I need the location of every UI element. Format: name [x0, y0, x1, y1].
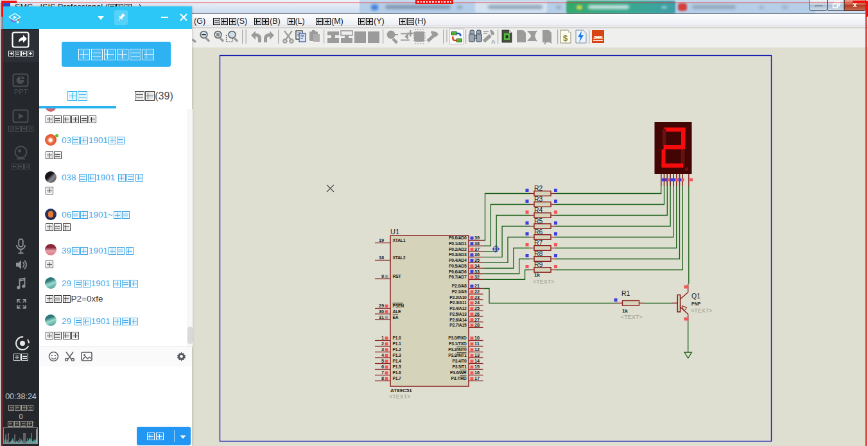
svg-text:P1.7: P1.7 — [393, 376, 401, 381]
svg-text:ARES: ARES — [593, 35, 603, 40]
svg-text:<TEXT>: <TEXT> — [533, 279, 555, 285]
svg-text:2: 2 — [381, 341, 384, 347]
svg-text:P2.7/A15: P2.7/A15 — [449, 323, 467, 327]
svg-text:39: 39 — [474, 235, 480, 241]
svg-text:26: 26 — [474, 311, 480, 317]
svg-text:P1.3: P1.3 — [393, 353, 401, 357]
svg-text:31: 31 — [379, 314, 384, 320]
svg-text:P1.2: P1.2 — [393, 347, 401, 352]
svg-text:R4: R4 — [534, 206, 543, 214]
svg-text:9: 9 — [381, 273, 384, 279]
svg-text:P0.1/AD1: P0.1/AD1 — [449, 241, 467, 246]
svg-text:6: 6 — [381, 364, 384, 370]
svg-text:P3.3/INT1: P3.3/INT1 — [448, 353, 467, 357]
svg-text:27: 27 — [474, 317, 480, 323]
svg-text:R9: R9 — [534, 261, 543, 268]
svg-text:13: 13 — [474, 352, 480, 358]
svg-text:11: 11 — [474, 341, 480, 347]
svg-text:RST: RST — [393, 274, 402, 279]
svg-text:PNP: PNP — [691, 302, 701, 306]
svg-text:R6: R6 — [534, 228, 543, 236]
svg-text:34: 34 — [474, 263, 480, 269]
svg-text:P3.1/TXD: P3.1/TXD — [449, 341, 467, 346]
svg-text:1k: 1k — [622, 308, 628, 314]
svg-text:AT89C51: AT89C51 — [390, 388, 412, 393]
svg-text:P3.4/T0: P3.4/T0 — [452, 359, 467, 363]
svg-text:P2.3/A11: P2.3/A11 — [450, 300, 467, 305]
svg-text:5: 5 — [381, 358, 384, 364]
svg-text:29: 29 — [379, 303, 384, 309]
svg-text:P0.7/AD7: P0.7/AD7 — [449, 275, 467, 279]
svg-text:P2.4/A12: P2.4/A12 — [449, 306, 467, 311]
svg-text:P0.2/AD2: P0.2/AD2 — [449, 247, 467, 252]
svg-text:U1: U1 — [390, 228, 399, 236]
svg-text:P3.7/RD: P3.7/RD — [451, 376, 467, 381]
svg-text:PSEN: PSEN — [393, 304, 404, 308]
svg-text:A: A — [491, 39, 496, 45]
svg-text:P0.4/AD4: P0.4/AD4 — [449, 258, 467, 262]
svg-text:21: 21 — [474, 283, 480, 289]
svg-text:P1.1: P1.1 — [393, 341, 401, 346]
svg-text:14: 14 — [474, 358, 480, 364]
svg-text:33: 33 — [474, 269, 480, 275]
svg-text:7: 7 — [381, 370, 384, 375]
svg-text:<TEXT>: <TEXT> — [389, 393, 411, 400]
svg-text:R8: R8 — [534, 250, 543, 257]
svg-text:R1: R1 — [621, 289, 630, 297]
svg-text:30: 30 — [379, 309, 384, 314]
svg-text:<TEXT>: <TEXT> — [691, 307, 713, 314]
svg-text:P0.6/AD6: P0.6/AD6 — [449, 270, 467, 274]
svg-text:12: 12 — [474, 347, 480, 352]
svg-text:XTAL1: XTAL1 — [393, 238, 406, 243]
svg-text:P2.0/A8: P2.0/A8 — [452, 284, 467, 288]
svg-text:15: 15 — [474, 364, 480, 370]
svg-text:25: 25 — [474, 305, 480, 311]
svg-text:1: 1 — [381, 335, 384, 341]
svg-text:P1.0: P1.0 — [393, 336, 401, 340]
svg-text:36: 36 — [474, 252, 480, 257]
svg-text:P1.5: P1.5 — [393, 365, 401, 369]
svg-text:ALE: ALE — [393, 309, 402, 314]
svg-text:P1.4: P1.4 — [393, 359, 401, 363]
svg-text:16: 16 — [474, 370, 480, 375]
svg-text:P0.3/AD3: P0.3/AD3 — [449, 252, 467, 257]
svg-text:17: 17 — [474, 375, 480, 381]
svg-text:P2.1/A9: P2.1/A9 — [452, 289, 467, 294]
svg-text:P2.5/A13: P2.5/A13 — [449, 312, 467, 316]
svg-text:P0.0/AD0: P0.0/AD0 — [449, 236, 467, 240]
svg-text:P0.5/AD5: P0.5/AD5 — [449, 264, 467, 268]
svg-text:28: 28 — [474, 322, 480, 328]
svg-text:23: 23 — [474, 295, 480, 300]
svg-text:3: 3 — [381, 347, 384, 352]
svg-text:EA: EA — [393, 315, 399, 320]
svg-text:P3.2/INT0: P3.2/INT0 — [448, 347, 467, 352]
svg-text:32: 32 — [474, 274, 480, 280]
svg-text:Q1: Q1 — [691, 292, 700, 300]
svg-text:R2: R2 — [534, 184, 543, 192]
svg-text:10: 10 — [474, 335, 480, 341]
svg-text:<TEXT>: <TEXT> — [621, 314, 643, 320]
svg-text:P2.2/A10: P2.2/A10 — [449, 295, 467, 300]
svg-text:1k: 1k — [534, 272, 540, 278]
svg-text:18: 18 — [379, 255, 384, 261]
svg-text:R3: R3 — [534, 195, 543, 203]
svg-text:38: 38 — [474, 241, 480, 246]
svg-text:P1.6: P1.6 — [393, 370, 401, 375]
svg-text:24: 24 — [474, 300, 480, 305]
svg-text:8: 8 — [381, 375, 384, 381]
svg-text:35: 35 — [474, 257, 480, 263]
svg-text:R7: R7 — [534, 239, 543, 246]
svg-text:$: $ — [563, 33, 568, 43]
svg-text:19: 19 — [379, 237, 384, 243]
svg-text:22: 22 — [474, 289, 480, 295]
svg-text:P3.5/T1: P3.5/T1 — [452, 365, 467, 369]
svg-text:37: 37 — [474, 246, 480, 252]
svg-text:P2.6/A14: P2.6/A14 — [449, 318, 467, 322]
svg-text:XTAL2: XTAL2 — [393, 255, 406, 260]
svg-text:P3.0/RXD: P3.0/RXD — [448, 336, 467, 340]
svg-text:P3.6/WR: P3.6/WR — [450, 370, 467, 375]
svg-text:R5: R5 — [534, 217, 543, 225]
